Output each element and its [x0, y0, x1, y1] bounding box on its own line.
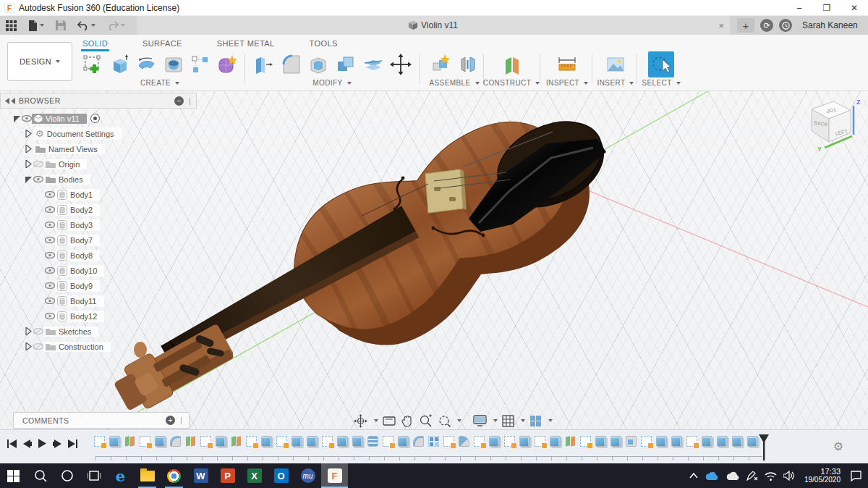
timeline-feature-extrude-icon[interactable]	[398, 436, 409, 447]
collapsed-arrow-icon[interactable]	[25, 160, 32, 168]
tree-row-root[interactable]: Violin v11	[0, 111, 197, 126]
clock[interactable]: 17:33 19/05/2020	[801, 467, 843, 484]
display-settings-icon[interactable]	[472, 413, 488, 428]
revolve-icon[interactable]	[134, 51, 159, 77]
collapsed-arrow-icon[interactable]	[25, 130, 32, 138]
group-label-select[interactable]: SELECT	[641, 79, 681, 87]
onedrive-cloud-icon[interactable]	[705, 471, 719, 481]
step-forward-icon[interactable]	[53, 439, 61, 448]
timeline-feature-extrude-icon[interactable]	[595, 436, 606, 447]
create-sketch-icon[interactable]	[80, 51, 105, 77]
timeline-feature-extrude-icon[interactable]	[747, 436, 758, 447]
eye-icon[interactable]	[45, 222, 55, 228]
redo-icon[interactable]	[101, 16, 131, 35]
tab-close-icon[interactable]: ×	[718, 21, 724, 30]
browser-header[interactable]: BROWSER −❘	[0, 93, 197, 109]
collapsed-arrow-icon[interactable]	[25, 342, 32, 350]
file-explorer-icon[interactable]	[134, 463, 161, 488]
timeline-feature-plane-icon[interactable]	[124, 436, 135, 447]
timeline-feature-sketch-icon[interactable]	[140, 436, 150, 447]
cloud-icon[interactable]	[726, 471, 740, 481]
go-to-end-icon[interactable]	[68, 439, 77, 448]
hole-icon[interactable]	[161, 51, 186, 77]
tree-row-body[interactable]: Body8	[0, 248, 197, 263]
task-view-icon[interactable]	[80, 463, 107, 488]
eye-icon[interactable]	[45, 252, 55, 258]
timeline-feature-extrude-icon[interactable]	[155, 436, 166, 447]
pen-input-icon[interactable]	[746, 471, 758, 481]
chrome-icon[interactable]	[161, 463, 187, 488]
timeline-playhead[interactable]	[758, 434, 770, 460]
search-icon[interactable]	[27, 463, 54, 488]
play-icon[interactable]	[38, 439, 46, 448]
eye-icon[interactable]	[33, 176, 43, 182]
eye-off-icon[interactable]	[33, 161, 43, 167]
create-form-icon[interactable]	[215, 51, 240, 77]
group-label-create[interactable]: CREATE	[80, 79, 240, 87]
wifi-icon[interactable]	[765, 471, 777, 481]
timeline-feature-sketch-icon[interactable]	[535, 436, 545, 447]
eye-off-icon[interactable]	[33, 343, 43, 350]
combine-icon[interactable]	[333, 51, 359, 77]
new-tab-button[interactable]: +	[737, 18, 754, 33]
timeline-feature-sketch-icon[interactable]	[276, 436, 287, 447]
timeline-feature-sketch-icon[interactable]	[641, 436, 652, 447]
timeline-feature-sketch-icon[interactable]	[322, 436, 333, 447]
timeline-feature-extrude-icon[interactable]	[109, 436, 120, 447]
comments-expand-icon[interactable]: +	[166, 416, 175, 425]
tree-row-body[interactable]: Body1	[0, 187, 197, 202]
document-tab[interactable]: Violin v11 ×	[137, 16, 730, 35]
chevron-up-icon[interactable]	[689, 473, 698, 479]
timeline-feature-sketch-icon[interactable]	[383, 436, 393, 447]
fillet-icon[interactable]	[278, 51, 304, 77]
timeline-feature-extrude-icon[interactable]	[337, 436, 348, 447]
workspace-selector[interactable]: DESIGN	[7, 42, 72, 81]
timeline-feature-extrude-icon[interactable]	[550, 436, 561, 447]
job-status-icon[interactable]: ⟳	[760, 19, 773, 32]
panel-grip[interactable]: ❘	[187, 97, 193, 105]
timeline-feature-fillet-icon[interactable]	[413, 436, 424, 447]
app-grid-icon[interactable]	[0, 16, 22, 35]
timeline-feature-sketch-icon[interactable]	[504, 436, 515, 447]
timeline-feature-extrude-icon[interactable]	[656, 436, 667, 447]
timeline-feature-extrude-icon[interactable]	[717, 436, 728, 447]
timeline-feature-sketch-icon[interactable]	[200, 436, 211, 447]
edge-icon[interactable]: e	[107, 463, 134, 488]
tree-row-construction[interactable]: Construction	[0, 339, 197, 354]
tree-row-body[interactable]: Body2	[0, 202, 197, 217]
timeline-feature-extrude-icon[interactable]	[671, 436, 682, 447]
close-button[interactable]: ✕	[841, 0, 868, 16]
timeline-feature-fillet-icon[interactable]	[170, 436, 181, 447]
step-back-icon[interactable]	[23, 439, 32, 448]
zoom-icon[interactable]	[417, 413, 433, 429]
measure-icon[interactable]	[554, 51, 580, 77]
tree-row-named-views[interactable]: Named Views	[0, 141, 197, 156]
tree-row-body[interactable]: Body9	[0, 278, 197, 293]
activate-component-icon[interactable]	[90, 114, 100, 123]
timeline-feature-extrude-icon[interactable]	[292, 436, 302, 447]
fusion-360-icon[interactable]: F	[321, 463, 348, 488]
window-zoom-icon[interactable]	[436, 413, 452, 429]
timeline-feature-sketch-icon[interactable]	[686, 436, 697, 447]
tab-surface[interactable]: SURFACE	[141, 37, 184, 51]
collapsed-arrow-icon[interactable]	[25, 327, 32, 335]
tab-solid[interactable]: SOLID	[81, 37, 109, 51]
powerpoint-icon[interactable]: P	[214, 463, 241, 488]
new-component-icon[interactable]	[427, 51, 454, 77]
tab-sheet-metal[interactable]: SHEET METAL	[216, 37, 276, 51]
eye-icon[interactable]	[45, 267, 55, 274]
view-cube[interactable]: TOP BACK LEFT Z Y	[800, 96, 862, 152]
timeline-settings-gear-icon[interactable]: ⚙	[833, 439, 843, 453]
split-body-icon[interactable]	[360, 51, 386, 77]
tab-tools[interactable]: TOOLS	[308, 37, 339, 51]
timeline-feature-extrude-icon[interactable]	[702, 436, 712, 447]
action-center-icon[interactable]	[850, 471, 862, 481]
insert-image-icon[interactable]	[603, 51, 629, 77]
timeline-feature-plane-icon[interactable]	[231, 436, 242, 447]
viewport-canvas[interactable]: TOP BACK LEFT Z Y BROWSER −❘ Viol	[0, 91, 868, 463]
musescore-icon[interactable]: mu	[294, 463, 321, 488]
timeline-feature-pattern-icon[interactable]	[428, 436, 439, 447]
group-label-insert[interactable]: INSERT	[596, 79, 635, 87]
outlook-icon[interactable]: O	[268, 463, 294, 488]
go-to-start-icon[interactable]	[7, 439, 17, 448]
